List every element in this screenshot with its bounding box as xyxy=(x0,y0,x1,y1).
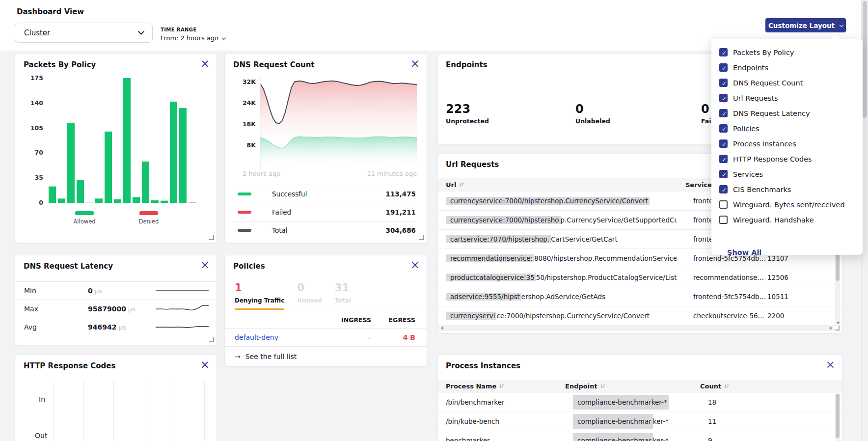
column-header-process-name[interactable]: Process Name xyxy=(446,383,565,390)
policies-tab[interactable]: 1 Denying Traffic xyxy=(235,282,284,304)
process-name-cell: /bin/kube-bench xyxy=(446,417,573,425)
resize-handle[interactable] xyxy=(209,235,214,240)
scroll-right-icon[interactable] xyxy=(830,326,832,330)
sparkline xyxy=(156,322,209,332)
menu-item[interactable]: DNS Request Count xyxy=(711,75,863,90)
menu-item[interactable]: HTTP Response Codes xyxy=(711,151,863,166)
svg-text:35: 35 xyxy=(35,174,43,181)
menu-item[interactable]: DNS Request Latency xyxy=(711,106,863,121)
card-title: DNS Request Count xyxy=(233,60,315,69)
count-cell: 18 xyxy=(708,398,842,406)
menu-item[interactable]: CIS Benchmarks xyxy=(711,182,863,197)
menu-item[interactable]: Policies xyxy=(711,121,863,136)
close-icon[interactable] xyxy=(200,58,210,69)
checkbox[interactable] xyxy=(719,48,728,56)
menu-item[interactable]: Wireguard. Handshake xyxy=(711,212,863,227)
close-icon[interactable] xyxy=(200,259,210,271)
customize-layout-menu: Packets By Policy Endpoints DNS Request … xyxy=(711,39,863,255)
menu-item[interactable]: Packets By Policy xyxy=(711,45,863,60)
checkbox[interactable] xyxy=(719,124,728,133)
policies-tab[interactable]: 0 Unused xyxy=(297,282,322,304)
gridline xyxy=(144,381,144,441)
view-select[interactable]: Cluster xyxy=(15,23,153,43)
table-row[interactable]: currencyservice:7000/hipstershop.Currenc… xyxy=(438,306,842,326)
series-swatch xyxy=(238,229,251,232)
sort-icon xyxy=(499,384,505,389)
checkbox[interactable] xyxy=(719,216,728,224)
checkbox[interactable] xyxy=(719,200,728,209)
policies-tab[interactable]: 31 Total xyxy=(335,282,351,304)
checkbox[interactable] xyxy=(719,109,728,117)
table-row[interactable]: productcatalogservice:3550/hipstershop.P… xyxy=(438,268,842,287)
dns-request-count-card: DNS Request Count 8K16K24K32K 2 hours ag… xyxy=(224,54,427,243)
process-instances-card: Process Instances Process Name Endpoint … xyxy=(437,355,842,441)
card-title: Endpoints xyxy=(446,60,488,69)
allowed-swatch xyxy=(75,211,94,215)
resize-handle[interactable] xyxy=(419,235,424,240)
series-value: 304,686 xyxy=(386,226,416,234)
svg-text:24K: 24K xyxy=(243,99,256,107)
page-title: Dashboard View xyxy=(17,7,84,16)
close-icon[interactable] xyxy=(826,359,835,370)
latency-row: Avg 946942µs xyxy=(15,318,217,336)
url-cell: productcatalogservice:3550/hipstershop.P… xyxy=(446,274,677,281)
stat-unlabeled: 0 Unlabeled xyxy=(575,102,610,125)
sort-icon xyxy=(459,182,464,188)
column-header-endpoint[interactable]: Endpoint xyxy=(565,383,700,390)
time-range-value[interactable]: From: 2 hours ago xyxy=(161,34,225,42)
count-cell: 11 xyxy=(708,417,842,425)
checkbox[interactable] xyxy=(719,139,728,148)
count-cell: 12506 xyxy=(767,274,842,281)
card-title: Policies xyxy=(233,262,265,271)
menu-item[interactable]: Process Instances xyxy=(711,136,863,151)
sparkline xyxy=(156,303,209,314)
row-label-in: In xyxy=(39,395,45,403)
close-icon[interactable] xyxy=(200,359,210,370)
resize-handle[interactable] xyxy=(835,326,840,331)
policy-name-link[interactable]: default-deny xyxy=(235,333,322,341)
checkbox[interactable] xyxy=(719,79,728,87)
svg-text:70: 70 xyxy=(35,149,44,156)
scroll-down-icon[interactable] xyxy=(836,322,840,324)
x-axis-label-start: 2 hours ago xyxy=(243,170,280,177)
checkbox[interactable] xyxy=(719,155,728,163)
close-icon[interactable] xyxy=(410,58,420,69)
menu-item[interactable]: Url Requests xyxy=(711,90,863,106)
arrow-right-icon: → xyxy=(235,353,241,360)
table-row: /bin/kube-bench compliance-benchmarker-*… xyxy=(438,412,842,431)
scrollbar-thumb[interactable] xyxy=(863,1,867,118)
series-swatch xyxy=(238,193,251,195)
checkbox[interactable] xyxy=(719,170,728,178)
table-row[interactable]: adservice:9555/hipstershop.AdService/Get… xyxy=(438,287,842,306)
series-label: Failed xyxy=(272,208,291,216)
scroll-left-icon[interactable] xyxy=(441,326,443,330)
time-range: TIME RANGE From: 2 hours ago xyxy=(161,27,225,42)
customize-layout-button[interactable]: Customize Layout xyxy=(765,18,846,32)
resize-handle[interactable] xyxy=(209,337,214,342)
scrollbar-thumb[interactable] xyxy=(836,394,840,438)
checkbox[interactable] xyxy=(719,185,728,193)
checkbox[interactable] xyxy=(719,63,728,72)
card-title: HTTP Response Codes xyxy=(24,361,115,370)
legend-row: Total 304,686 xyxy=(233,221,416,239)
service-cell: frontend-5fc5754db… xyxy=(693,293,767,301)
horizontal-scrollbar[interactable] xyxy=(439,325,834,331)
see-full-list-link[interactable]: → See the full list xyxy=(225,347,427,366)
vertical-scrollbar[interactable] xyxy=(835,394,840,441)
menu-item[interactable]: Endpoints xyxy=(711,60,863,75)
show-all-link[interactable]: Show All xyxy=(727,248,761,256)
close-icon[interactable] xyxy=(410,259,420,271)
packets-bar-chart: 03570105140175 xyxy=(15,54,217,243)
card-title: Process Instances xyxy=(446,361,520,370)
card-title: Url Requests xyxy=(446,160,499,169)
process-name-cell: /bin/benchmarker xyxy=(446,398,573,406)
menu-item[interactable]: Services xyxy=(711,166,863,182)
dns-request-latency-card: DNS Request Latency Min 0µs Max 95879000… xyxy=(15,255,217,345)
column-header-url[interactable]: Url xyxy=(446,181,685,189)
column-header-count[interactable]: Count xyxy=(700,383,730,390)
process-table-body: /bin/benchmarker compliance-benchmarker-… xyxy=(438,393,842,441)
checkbox[interactable] xyxy=(719,94,728,102)
series-label: Total xyxy=(272,226,288,234)
menu-item[interactable]: Wireguard. Bytes sent/received xyxy=(711,197,863,212)
gridline xyxy=(204,381,205,441)
